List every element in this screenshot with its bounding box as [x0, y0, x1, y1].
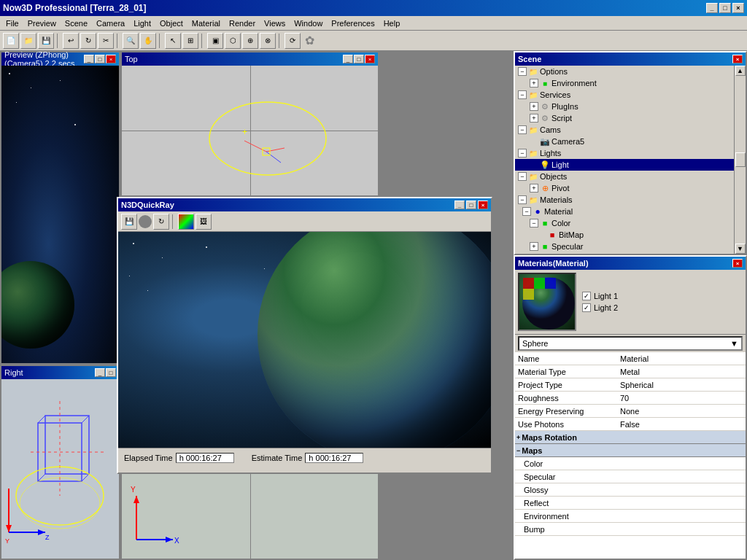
expand-material[interactable]: − [522, 207, 531, 216]
open-button[interactable]: 📁 [20, 33, 36, 49]
qr-image-btn[interactable]: 🖼 [196, 214, 212, 230]
planet-object [1, 261, 74, 349]
scene-close[interactable]: × [732, 55, 743, 63]
vp-top-min[interactable]: _ [343, 55, 353, 63]
tree-item-lights[interactable]: − 📁 Lights [515, 147, 734, 159]
menu-scene[interactable]: Scene [61, 18, 92, 29]
tree-item-environment[interactable]: + ■ Environment [515, 77, 734, 89]
new-button[interactable]: 📄 [3, 33, 19, 49]
obj2-button[interactable]: ⬡ [225, 33, 241, 49]
scroll-thumb[interactable] [735, 152, 746, 167]
cut-button[interactable]: ✂ [98, 33, 114, 49]
specular-map-label: Specular [515, 472, 617, 481]
qr-refresh-btn[interactable]: ↻ [153, 214, 169, 230]
zoom-out-button[interactable]: ✋ [140, 33, 156, 49]
expand-environment[interactable]: + [530, 79, 538, 88]
rotate-button[interactable]: ⟳ [285, 33, 301, 49]
tree-item-plugins[interactable]: + ⚙ PlugIns [515, 101, 734, 112]
menu-camera[interactable]: Camera [92, 18, 129, 29]
menu-object[interactable]: Object [155, 18, 187, 29]
expand-services[interactable]: − [518, 90, 527, 99]
tree-item-services[interactable]: − 📁 Services [515, 89, 734, 101]
menu-material[interactable]: Material [187, 18, 225, 29]
tree-item-material[interactable]: − ● Material [515, 206, 734, 217]
menu-preview[interactable]: Preview [23, 18, 61, 29]
vp-top-max[interactable]: □ [354, 55, 364, 63]
light1-checkbox[interactable]: ✓ [582, 292, 591, 300]
scroll-down[interactable]: ▼ [735, 244, 746, 254]
zoom-in-button[interactable]: 🔍 [123, 33, 139, 49]
grid-button[interactable]: ⊞ [182, 33, 198, 49]
qr-save-btn[interactable]: 💾 [121, 214, 137, 230]
menu-preferences[interactable]: Preferences [327, 18, 379, 29]
sphere-dropdown[interactable]: Sphere ▼ [518, 336, 743, 351]
tree-item-script[interactable]: + ⚙ Script [515, 112, 734, 124]
expand-objects[interactable]: − [518, 172, 527, 181]
minimize-button[interactable]: _ [706, 3, 718, 13]
tree-item-light[interactable]: 💡 Light [515, 159, 734, 171]
expand-pivot[interactable]: + [530, 184, 538, 192]
expand-color[interactable]: − [530, 219, 538, 228]
tree-item-glossy[interactable]: + ■ Glossy [515, 252, 734, 254]
tree-item-bitmap[interactable]: ■ BitMap [515, 229, 734, 241]
expand-options[interactable]: − [518, 67, 527, 76]
expand-plugins[interactable]: + [530, 102, 538, 111]
obj4-button[interactable]: ⊗ [260, 33, 276, 49]
materials-close[interactable]: × [732, 259, 743, 268]
maximize-button[interactable]: □ [719, 3, 731, 13]
tree-label-plugins: PlugIns [551, 102, 578, 111]
light2-checkbox[interactable]: ✓ [582, 303, 591, 312]
qr-star [264, 268, 265, 269]
scene-tree[interactable]: − 📁 Options + ■ Environment − [515, 66, 734, 254]
vp-right-max[interactable]: □ [106, 368, 116, 377]
expand-specular[interactable]: + [530, 242, 538, 251]
scene-content: − 📁 Options + ■ Environment − [515, 66, 746, 254]
tree-item-objects[interactable]: − 📁 Objects [515, 171, 734, 182]
qr-colorpick-btn[interactable] [178, 214, 194, 230]
tree-item-materials[interactable]: − 📁 Materials [515, 194, 734, 206]
scroll-up[interactable]: ▲ [735, 66, 746, 76]
material-thumbnail [518, 273, 576, 331]
tree-item-options[interactable]: − 📁 Options [515, 66, 734, 77]
tree-item-pivot[interactable]: + ⊕ Pivot [515, 182, 734, 194]
save-button[interactable]: 💾 [38, 33, 54, 49]
qr-sphere-btn[interactable] [139, 215, 152, 228]
vp-preview-min[interactable]: _ [84, 55, 94, 63]
expand-lights[interactable]: − [518, 149, 527, 158]
expand-materials[interactable]: − [518, 195, 527, 204]
maps-header[interactable]: − Maps [515, 444, 746, 457]
tree-item-color[interactable]: − ■ Color [515, 217, 734, 229]
maps-rotation-header[interactable]: + Maps Rotation [515, 431, 746, 444]
quickray-min[interactable]: _ [454, 201, 465, 209]
obj1-button[interactable]: ▣ [207, 33, 223, 49]
title-bar-controls: _ □ × [706, 3, 744, 13]
expand-cams[interactable]: − [518, 125, 527, 134]
menu-views[interactable]: Views [260, 18, 290, 29]
obj3-button[interactable]: ⊕ [242, 33, 258, 49]
select-button[interactable]: ↖ [165, 33, 181, 49]
tree-item-cams[interactable]: − 📁 Cams [515, 124, 734, 136]
viewport-right: Right _ □ [0, 365, 120, 560]
scene-scrollbar[interactable]: ▲ ▼ [734, 66, 746, 254]
undo-button[interactable]: ↩ [63, 33, 79, 49]
menu-light[interactable]: Light [129, 18, 155, 29]
tree-item-camera5[interactable]: 📷 Camera5 [515, 136, 734, 147]
scene-panel-title: Scene × [515, 52, 746, 66]
menu-file[interactable]: File [1, 18, 23, 29]
svg-text:X: X [174, 537, 179, 545]
quickray-close[interactable]: × [478, 201, 488, 209]
materials-panel: Materials(Material) × [514, 255, 747, 560]
vp-right-min[interactable]: _ [95, 368, 105, 377]
menu-render[interactable]: Render [225, 18, 260, 29]
quickray-max[interactable]: □ [466, 201, 476, 209]
close-button[interactable]: × [732, 3, 744, 13]
expand-script[interactable]: + [530, 114, 538, 122]
menu-window[interactable]: Window [290, 18, 327, 29]
menu-help[interactable]: Help [379, 18, 405, 29]
redo-button[interactable]: ↻ [80, 33, 96, 49]
vp-top-close[interactable]: × [365, 55, 375, 63]
vp-preview-close[interactable]: × [106, 55, 116, 63]
vp-preview-max[interactable]: □ [95, 55, 105, 63]
star [16, 102, 17, 103]
tree-item-specular[interactable]: + ■ Specular [515, 241, 734, 252]
